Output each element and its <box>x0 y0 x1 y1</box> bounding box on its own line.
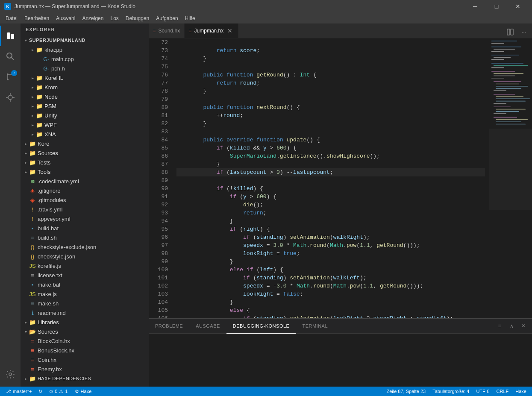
svg-rect-18 <box>491 47 521 47</box>
svg-rect-45 <box>494 117 517 118</box>
tree-folder-korehl[interactable]: ▸ 📁 KoreHL <box>21 73 149 82</box>
js-icon: JS <box>29 291 36 297</box>
tree-folder-sources-bottom[interactable]: ▾ 📂 Sources <box>21 327 149 336</box>
tree-file-build-sh[interactable]: ≡ build.sh <box>21 233 149 242</box>
tree-folder-khacpp[interactable]: ▸ 📁 khacpp <box>21 45 149 54</box>
tree-file-checkstyle[interactable]: {} checkstyle.json <box>21 252 149 261</box>
code-content[interactable]: return score; } public function getRound… <box>172 38 489 318</box>
tree-file-checkstyle-excl[interactable]: {} checkstyle-exclude.json <box>21 242 149 252</box>
menu-aufgaben[interactable]: Aufgaben <box>153 14 181 23</box>
language-label: Haxe <box>515 389 526 394</box>
tree-file-build-bat[interactable]: ▪ build.bat <box>21 223 149 233</box>
libraries-label: Libraries <box>38 319 59 326</box>
status-encoding[interactable]: UTF-8 <box>473 387 493 396</box>
svg-rect-33 <box>496 86 528 87</box>
blockcoin-label: BlockCoin.hx <box>38 338 70 344</box>
tree-folder-psm[interactable]: ▸ 📁 PSM <box>21 101 149 111</box>
activity-git[interactable]: 7 <box>0 67 21 87</box>
menu-datei[interactable]: Datei <box>2 14 21 23</box>
tree-folder-node[interactable]: ▸ 📁 Node <box>21 92 149 101</box>
tab-jumpman-hx[interactable]: ≡ Jumpman.hx ✕ <box>185 23 238 38</box>
panel-tab-terminal[interactable]: TERMINAL <box>296 319 334 334</box>
tree-file-readme[interactable]: ℹ readme.md <box>21 308 149 317</box>
editor-scroll[interactable]: 7273747576777879808182838485868788899091… <box>149 38 489 318</box>
main-area: 7 EXPLORER ▾ SUPERJUMPMANLAND ▸ 📁 khacpp <box>0 23 532 387</box>
menu-hilfe[interactable]: Hilfe <box>182 14 199 23</box>
tree-file-make-sh[interactable]: ≡ make.sh <box>21 299 149 308</box>
more-actions-button[interactable]: ··· <box>518 26 530 38</box>
tree-file-license[interactable]: ≡ license.txt <box>21 270 149 280</box>
tree-file-appveyor[interactable]: ! appveyor.yml <box>21 214 149 223</box>
tree-file-main-cpp[interactable]: G· main.cpp <box>21 54 149 64</box>
status-tabsize[interactable]: Tabulatorgröße: 4 <box>429 387 473 396</box>
menu-anzeigen[interactable]: Anzeigen <box>79 14 107 23</box>
status-language[interactable]: Haxe <box>512 387 530 396</box>
activity-bar: 7 <box>0 23 21 387</box>
editor-main: 7273747576777879808182838485868788899091… <box>149 38 489 318</box>
split-editor-button[interactable] <box>504 26 516 38</box>
svg-rect-37 <box>496 96 523 97</box>
tree-file-coin[interactable]: ≡ Coin.hx <box>21 355 149 364</box>
activity-explorer[interactable] <box>0 26 21 46</box>
menu-auswahl[interactable]: Auswahl <box>53 14 79 23</box>
minimap[interactable] <box>489 38 532 318</box>
svg-rect-42 <box>496 109 526 110</box>
panel-tab-debug-console[interactable]: DEBUGGING-KONSOLE <box>226 319 296 334</box>
tree-folder-sources-top[interactable]: ▸ 📁 Sources <box>21 148 149 158</box>
tree-file-travis[interactable]: ! .travis.yml <box>21 205 149 214</box>
svg-rect-21 <box>491 55 519 56</box>
tree-file-korefile[interactable]: JS korefile.js <box>21 261 149 270</box>
close-button[interactable]: ✕ <box>508 0 528 13</box>
file-tree: ▾ SUPERJUMPMANLAND ▸ 📁 khacpp G· main.cp… <box>21 35 149 387</box>
tree-folder-tests[interactable]: ▸ 📁 Tests <box>21 158 149 167</box>
tree-file-gitignore[interactable]: ◈ .gitignore <box>21 186 149 195</box>
korefile-label: korefile.js <box>38 263 61 269</box>
tree-folder-haxe-deps[interactable]: ▸ 📁 HAXE DEPENDENCIES <box>21 374 149 383</box>
activity-settings[interactable] <box>0 366 21 387</box>
tree-file-blockcoin[interactable]: ≡ BlockCoin.hx <box>21 336 149 346</box>
tab-close-button[interactable]: ✕ <box>226 27 234 35</box>
code-editor[interactable]: 7273747576777879808182838485868788899091… <box>149 38 532 318</box>
tree-root[interactable]: ▾ SUPERJUMPMANLAND <box>21 35 149 45</box>
menu-los[interactable]: Los <box>107 14 122 23</box>
panel-body[interactable] <box>149 334 532 385</box>
svg-rect-24 <box>491 63 523 64</box>
tree-folder-libraries[interactable]: ▸ 📁 Libraries <box>21 317 149 327</box>
status-haxe[interactable]: ⚙ Haxe <box>71 387 95 396</box>
tree-folder-wpf[interactable]: ▸ 📁 WPF <box>21 120 149 129</box>
panel-filter-button[interactable]: ≡ <box>494 321 505 331</box>
maximize-button[interactable]: □ <box>487 0 506 13</box>
status-errors[interactable]: ⊙ 0 ⚠ 1 <box>46 387 71 396</box>
tree-file-gitmodules[interactable]: ◈ .gitmodules <box>21 195 149 205</box>
status-sync[interactable]: ↻ <box>35 387 46 396</box>
tree-file-enemy[interactable]: ≡ Enemy.hx <box>21 364 149 374</box>
panel-close-button[interactable]: ✕ <box>518 321 529 331</box>
menu-bearbeiten[interactable]: Bearbeiten <box>21 14 53 23</box>
menubar: Datei Bearbeiten Auswahl Anzeigen Los De… <box>0 13 532 23</box>
tree-file-pch-h[interactable]: G· pch.h <box>21 64 149 73</box>
menu-debuggen[interactable]: Debuggen <box>122 14 153 23</box>
status-cursor[interactable]: Zeile 87, Spalte 23 <box>383 387 429 396</box>
korehl-arrow: ▸ <box>29 76 36 80</box>
folder-icon: 📁 <box>29 169 36 175</box>
activity-debug[interactable] <box>0 87 21 108</box>
tree-folder-krom[interactable]: ▸ 📁 Krom <box>21 82 149 92</box>
tree-folder-tools[interactable]: ▸ 📁 Tools <box>21 167 149 176</box>
root-label: SUPERJUMPMANLAND <box>29 38 85 43</box>
activity-search[interactable] <box>0 46 21 67</box>
minimize-button[interactable]: ─ <box>465 0 485 13</box>
tree-folder-xna[interactable]: ▸ 📁 XNA <box>21 129 149 139</box>
tab-sound-hx[interactable]: ≡ Sound.hx <box>149 23 185 38</box>
tree-file-codeclimate[interactable]: ≋ .codeclimate.yml <box>21 176 149 186</box>
json-icon: {} <box>29 253 36 260</box>
tree-file-make-js[interactable]: JS make.js <box>21 289 149 299</box>
status-eol[interactable]: CRLF <box>493 387 512 396</box>
panel-collapse-button[interactable]: ∧ <box>506 321 517 331</box>
tree-folder-kore[interactable]: ▸ 📁 Kore <box>21 139 149 148</box>
tree-file-make-bat[interactable]: ▪ make.bat <box>21 280 149 289</box>
panel-tab-probleme[interactable]: PROBLEME <box>149 319 189 334</box>
panel-tab-ausgabe[interactable]: AUSGABE <box>189 319 226 334</box>
status-git-branch[interactable]: ⎇ master*+ <box>2 387 35 396</box>
tree-file-bonusblock[interactable]: ≡ BonusBlock.hx <box>21 346 149 355</box>
tree-folder-unity[interactable]: ▸ 📁 Unity <box>21 111 149 120</box>
